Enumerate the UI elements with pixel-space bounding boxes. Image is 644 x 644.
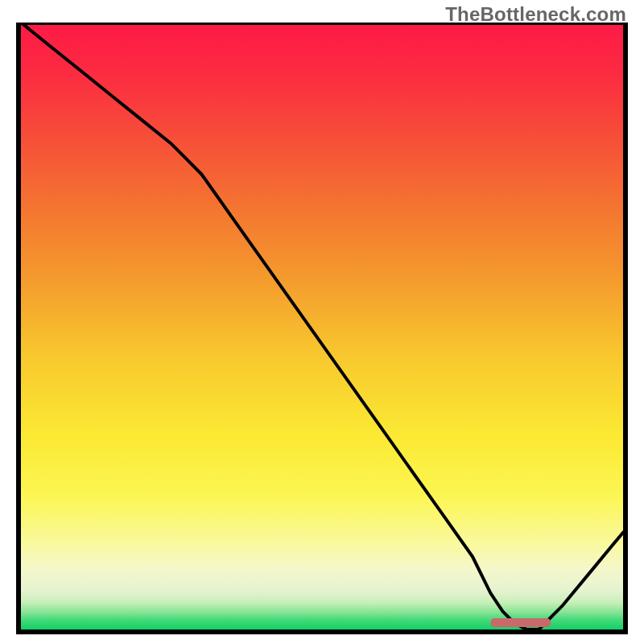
optimal-range-marker bbox=[490, 618, 551, 627]
gradient-background bbox=[21, 23, 623, 630]
bottleneck-chart bbox=[16, 23, 628, 634]
chart-frame bbox=[16, 23, 628, 634]
